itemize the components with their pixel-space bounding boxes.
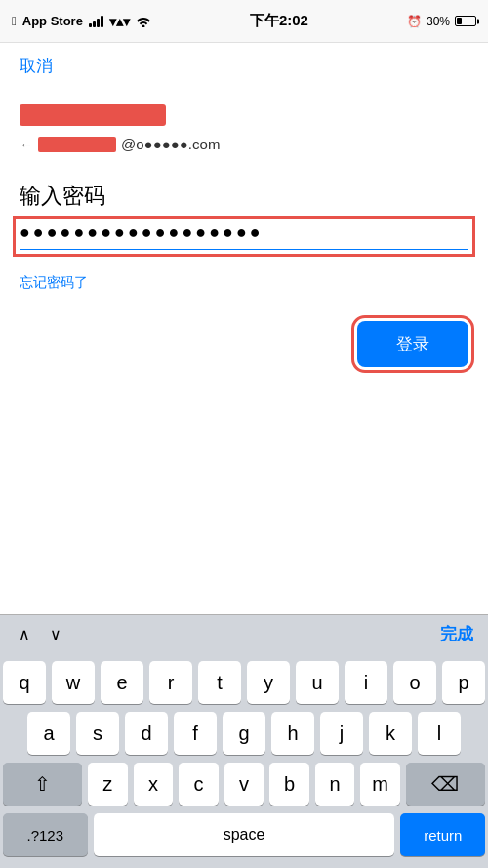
keyboard-row-4: .?123 space return <box>3 813 485 856</box>
status-time: 下午2:02 <box>250 12 308 30</box>
key-q[interactable]: q <box>3 661 46 704</box>
return-key[interactable]: return <box>400 813 485 856</box>
key-y[interactable]: y <box>247 661 290 704</box>
key-g[interactable]: g <box>223 712 265 755</box>
wifi-icon <box>136 16 151 27</box>
password-label: 输入密码 <box>20 182 468 211</box>
keyboard-toolbar: ∧ ∨ 完成 <box>0 614 488 653</box>
email-username-blurred <box>38 137 116 152</box>
key-x[interactable]: x <box>134 763 174 806</box>
keyboard-row-3: ⇧ z x c v b n m ⌫ <box>3 763 485 806</box>
shift-key[interactable]: ⇧ <box>3 763 82 806</box>
key-k[interactable]: k <box>369 712 412 755</box>
key-r[interactable]: r <box>149 661 192 704</box>
keyboard-area: ∧ ∨ 完成 q w e r t y u i o p a s d f g h j… <box>0 614 488 868</box>
keyboard: q w e r t y u i o p a s d f g h j k l ⇧ … <box>0 653 488 868</box>
password-dots: ●●●●●●●●●●●●●●●●●● <box>20 223 264 242</box>
app-store-label: App Store <box>22 14 83 28</box>
battery-percent: 30% <box>427 15 450 28</box>
cancel-button[interactable]: 取消 <box>20 55 53 77</box>
symbol-key[interactable]: .?123 <box>3 813 88 856</box>
user-section: ← @o●●●●●.com <box>20 85 468 167</box>
key-u[interactable]: u <box>296 661 339 704</box>
password-section: 输入密码 ●●●●●●●●●●●●●●●●●● 忘记密码了 <box>20 167 468 292</box>
key-s[interactable]: s <box>76 712 119 755</box>
key-i[interactable]: i <box>345 661 387 704</box>
key-v[interactable]: v <box>224 763 264 806</box>
status-left:  App Store ▾▴▾ <box>12 14 151 29</box>
arrow-up-button[interactable]: ∧ <box>15 623 34 645</box>
apple-icon:  <box>12 14 17 28</box>
status-bar:  App Store ▾▴▾ 下午2:02 ⏰ 30% <box>0 0 488 43</box>
key-w[interactable]: w <box>52 661 95 704</box>
key-o[interactable]: o <box>393 661 436 704</box>
back-arrow-icon: ← <box>20 137 33 152</box>
status-right: ⏰ 30% <box>407 15 476 28</box>
nav-bar: 取消 <box>20 43 468 85</box>
key-m[interactable]: m <box>360 763 400 806</box>
wifi-icon: ▾▴▾ <box>109 14 130 29</box>
key-t[interactable]: t <box>198 661 241 704</box>
space-key[interactable]: space <box>94 813 395 856</box>
login-section: 登录 <box>20 292 468 387</box>
user-name-blurred <box>20 104 166 126</box>
password-input-wrapper[interactable]: ●●●●●●●●●●●●●●●●●● <box>20 223 468 250</box>
alarm-icon: ⏰ <box>407 15 422 28</box>
toolbar-arrows: ∧ ∨ <box>15 623 65 645</box>
delete-key[interactable]: ⌫ <box>406 763 485 806</box>
forgot-password-link[interactable]: 忘记密码了 <box>20 274 88 292</box>
key-a[interactable]: a <box>27 712 70 755</box>
key-f[interactable]: f <box>174 712 217 755</box>
login-button[interactable]: 登录 <box>357 321 468 367</box>
key-e[interactable]: e <box>101 661 143 704</box>
key-b[interactable]: b <box>269 763 309 806</box>
done-button[interactable]: 完成 <box>440 623 473 645</box>
battery-icon <box>455 16 476 26</box>
main-content: 取消 ← @o●●●●●.com 输入密码 ●●●●●●●●●●●●●●●●●●… <box>0 43 488 387</box>
key-d[interactable]: d <box>125 712 168 755</box>
key-h[interactable]: h <box>271 712 314 755</box>
key-l[interactable]: l <box>418 712 461 755</box>
key-n[interactable]: n <box>315 763 355 806</box>
key-p[interactable]: p <box>442 661 485 704</box>
arrow-down-button[interactable]: ∨ <box>46 623 65 645</box>
keyboard-row-1: q w e r t y u i o p <box>3 661 485 704</box>
keyboard-row-2: a s d f g h j k l <box>3 712 485 755</box>
key-z[interactable]: z <box>88 763 128 806</box>
key-c[interactable]: c <box>179 763 219 806</box>
email-domain: @o●●●●●.com <box>121 136 220 152</box>
email-row: ← @o●●●●●.com <box>20 136 468 152</box>
signal-icon <box>89 16 103 27</box>
key-j[interactable]: j <box>320 712 363 755</box>
